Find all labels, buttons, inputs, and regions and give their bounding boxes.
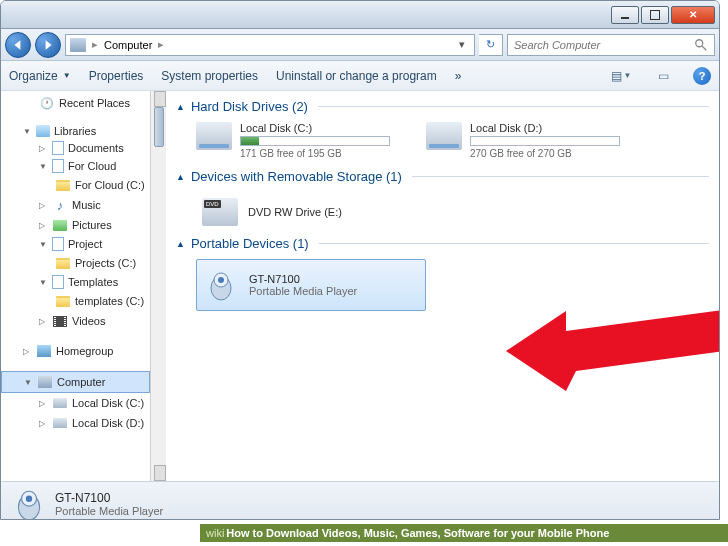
music-icon [52, 197, 68, 213]
svg-marker-5 [506, 296, 719, 391]
computer-icon [70, 38, 86, 52]
sidebar-item-computer[interactable]: ▼Computer [1, 371, 150, 393]
status-device-name: GT-N7100 [55, 491, 163, 505]
drive-icon [196, 122, 232, 150]
drive-c[interactable]: Local Disk (C:) 171 GB free of 195 GB [196, 122, 396, 159]
wikihow-caption: wikiHow to Download Videos, Music, Games… [200, 524, 728, 542]
help-button[interactable]: ? [693, 67, 711, 85]
content-pane: ▲Hard Disk Drives (2) Local Disk (C:) 17… [166, 91, 719, 481]
computer-icon [38, 376, 52, 388]
drive-d-capacity-bar [470, 136, 620, 146]
sidebar-item-libraries[interactable]: ▼Libraries [1, 123, 150, 139]
media-player-icon [203, 266, 239, 304]
address-dropdown-icon[interactable]: ▾ [454, 38, 470, 51]
sidebar-item-forcloud-c[interactable]: For Cloud (C:) [1, 175, 150, 195]
minimize-button[interactable] [611, 6, 639, 24]
svg-point-0 [696, 39, 703, 46]
svg-point-4 [218, 277, 224, 283]
search-icon [694, 38, 708, 52]
address-separator-2: ▸ [158, 38, 164, 51]
folder-icon [52, 237, 64, 251]
portable-device-name: GT-N7100 [249, 273, 357, 285]
sidebar-item-project[interactable]: ▼Project [1, 235, 150, 253]
view-options-button[interactable]: ▤▼ [609, 66, 633, 86]
wikihow-prefix: wiki [206, 527, 224, 539]
refresh-button[interactable]: ↻ [479, 34, 503, 56]
collapse-icon: ▲ [176, 172, 185, 182]
media-player-icon [13, 486, 45, 521]
svg-point-8 [26, 495, 32, 501]
sidebar-scrollbar[interactable] [150, 91, 166, 481]
disk-icon [53, 418, 67, 428]
sidebar-item-homegroup[interactable]: ▷Homegroup [1, 341, 150, 361]
documents-icon [52, 141, 64, 155]
group-header-hdd[interactable]: ▲Hard Disk Drives (2) [176, 99, 709, 114]
folder-icon [52, 159, 64, 173]
sidebar-item-disk-c[interactable]: ▷Local Disk (C:) [1, 393, 150, 413]
drive-c-capacity-bar [240, 136, 390, 146]
sidebar-item-videos[interactable]: ▷Videos [1, 311, 150, 331]
dvd-drive[interactable]: DVD RW Drive (E:) [196, 192, 396, 232]
address-location: Computer [104, 39, 152, 51]
nav-bar: ▸ Computer ▸ ▾ ↻ [1, 29, 719, 61]
search-box[interactable] [507, 34, 715, 56]
libraries-icon [36, 125, 50, 137]
properties-button[interactable]: Properties [89, 69, 144, 83]
sidebar-item-projects-c[interactable]: Projects (C:) [1, 253, 150, 273]
uninstall-button[interactable]: Uninstall or change a program [276, 69, 437, 83]
drive-d[interactable]: Local Disk (D:) 270 GB free of 270 GB [426, 122, 626, 159]
expand-icon[interactable]: ▼ [23, 127, 32, 136]
collapse-icon: ▲ [176, 239, 185, 249]
sidebar-item-recent[interactable]: Recent Places [1, 93, 150, 113]
dvd-drive-name: DVD RW Drive (E:) [248, 206, 342, 218]
scrollbar-thumb[interactable] [154, 107, 164, 147]
maximize-button[interactable] [641, 6, 669, 24]
address-separator-1: ▸ [92, 38, 98, 51]
drive-icon [426, 122, 462, 150]
sidebar-item-disk-d[interactable]: ▷Local Disk (D:) [1, 413, 150, 433]
recent-icon [39, 95, 55, 111]
back-button[interactable] [5, 32, 31, 58]
search-input[interactable] [514, 39, 688, 51]
pictures-icon [53, 220, 67, 231]
sidebar-item-music[interactable]: ▷Music [1, 195, 150, 215]
svg-line-1 [702, 45, 706, 49]
close-button[interactable]: ✕ [671, 6, 715, 24]
videos-icon [53, 316, 67, 327]
group-header-removable[interactable]: ▲Devices with Removable Storage (1) [176, 169, 709, 184]
drive-d-free: 270 GB free of 270 GB [470, 148, 626, 159]
sidebar-item-templates-c[interactable]: templates (C:) [1, 291, 150, 311]
drive-c-free: 171 GB free of 195 GB [240, 148, 396, 159]
annotation-arrow [506, 291, 719, 411]
address-bar[interactable]: ▸ Computer ▸ ▾ [65, 34, 475, 56]
drive-c-name: Local Disk (C:) [240, 122, 396, 134]
sidebar-item-templates[interactable]: ▼Templates [1, 273, 150, 291]
toolbar: Organize▼ Properties System properties U… [1, 61, 719, 91]
homegroup-icon [37, 345, 51, 357]
preview-pane-button[interactable]: ▭ [651, 66, 675, 86]
dvd-icon [202, 198, 238, 226]
toolbar-overflow[interactable]: » [455, 69, 462, 83]
folder-icon [56, 296, 70, 307]
sidebar-item-pictures[interactable]: ▷Pictures [1, 215, 150, 235]
wikihow-title: How to Download Videos, Music, Games, So… [226, 527, 609, 539]
folder-icon [56, 180, 70, 191]
nav-pane: Recent Places ▼Libraries ▷Documents ▼For… [1, 91, 166, 481]
collapse-icon: ▲ [176, 102, 185, 112]
disk-icon [53, 398, 67, 408]
folder-icon [56, 258, 70, 269]
portable-device-type: Portable Media Player [249, 285, 357, 297]
organize-menu[interactable]: Organize▼ [9, 69, 71, 83]
titlebar: ✕ [1, 1, 719, 29]
folder-icon [52, 275, 64, 289]
system-properties-button[interactable]: System properties [161, 69, 258, 83]
details-pane: GT-N7100 Portable Media Player [1, 481, 719, 520]
sidebar-item-documents[interactable]: ▷Documents [1, 139, 150, 157]
group-header-portable[interactable]: ▲Portable Devices (1) [176, 236, 709, 251]
portable-device[interactable]: GT-N7100 Portable Media Player [196, 259, 426, 311]
drive-d-name: Local Disk (D:) [470, 122, 626, 134]
status-device-type: Portable Media Player [55, 505, 163, 517]
sidebar-item-forcloud[interactable]: ▼For Cloud [1, 157, 150, 175]
forward-button[interactable] [35, 32, 61, 58]
